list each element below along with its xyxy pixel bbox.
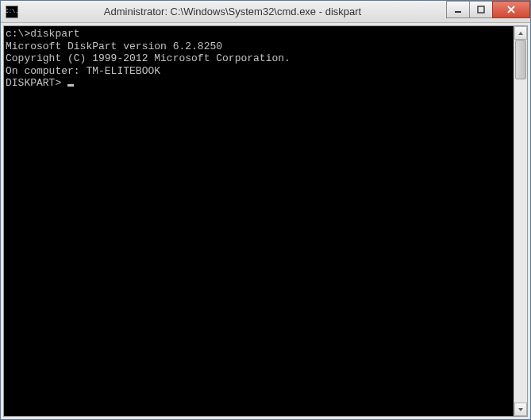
window-title: Administrator: C:\Windows\System32\cmd.e…: [18, 6, 447, 17]
scroll-thumb[interactable]: [515, 40, 526, 79]
scroll-up-button[interactable]: [514, 26, 527, 40]
console-line: DISKPART>: [6, 77, 512, 90]
scroll-down-button[interactable]: [514, 403, 527, 416]
window-controls: [447, 1, 530, 18]
vertical-scrollbar[interactable]: [514, 26, 527, 416]
close-icon: [506, 5, 516, 14]
scroll-track[interactable]: [514, 40, 527, 403]
console-line: Copyright (C) 1999-2012 Microsoft Corpor…: [6, 52, 512, 65]
console-line: Microsoft DiskPart version 6.2.8250: [6, 40, 512, 53]
svg-rect-1: [478, 6, 484, 13]
close-button[interactable]: [492, 1, 530, 18]
cmd-window: C:\. Administrator: C:\Windows\System32\…: [0, 0, 531, 420]
minimize-button[interactable]: [446, 1, 470, 18]
client-area: c:\>diskpartMicrosoft DiskPart version 6…: [1, 23, 530, 419]
console-output[interactable]: c:\>diskpartMicrosoft DiskPart version 6…: [4, 26, 514, 416]
cmd-icon-label: C:\.: [6, 9, 19, 14]
titlebar[interactable]: C:\. Administrator: C:\Windows\System32\…: [1, 1, 530, 23]
cmd-icon[interactable]: C:\.: [6, 6, 18, 18]
chevron-up-icon: [518, 31, 524, 36]
console-line: c:\>diskpart: [6, 28, 512, 40]
console-line: On computer: TM-ELITEBOOK: [6, 65, 512, 78]
minimize-icon: [454, 6, 462, 13]
cursor: [67, 84, 74, 87]
maximize-button[interactable]: [469, 1, 493, 18]
maximize-icon: [477, 6, 485, 13]
chevron-down-icon: [518, 407, 524, 412]
console-wrapper: c:\>diskpartMicrosoft DiskPart version 6…: [3, 25, 528, 417]
svg-rect-0: [455, 11, 461, 13]
